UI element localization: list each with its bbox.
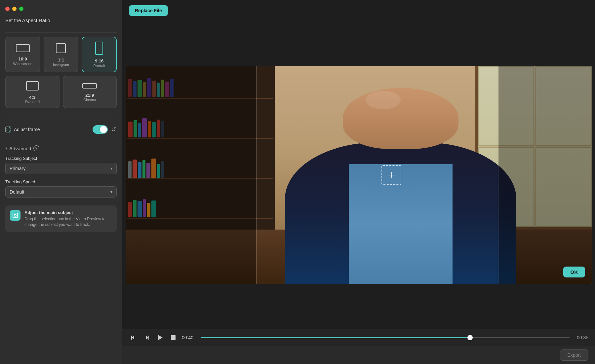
tracking-speed-value: Default — [10, 189, 24, 195]
forward-frame-icon — [143, 334, 150, 341]
svg-rect-4 — [83, 84, 97, 88]
svg-rect-0 — [16, 45, 29, 52]
svg-rect-3 — [26, 82, 38, 90]
subject-icon — [12, 212, 18, 218]
svg-marker-18 — [146, 336, 148, 340]
info-icon-wrap — [10, 210, 20, 221]
info-description: Drag the selection box in the Video Prev… — [24, 216, 112, 228]
stop-icon — [170, 334, 177, 341]
info-box: Adjust the main subject Drag the selecti… — [5, 205, 117, 232]
instagram-ratio: 1:1 — [58, 57, 64, 63]
export-button[interactable]: Export — [560, 349, 588, 361]
aspect-card-instagram[interactable]: 1:1 Instagram — [44, 37, 79, 72]
aspect-card-cinema[interactable]: 21:9 Cinema — [63, 76, 117, 109]
svg-rect-17 — [131, 336, 132, 340]
minimize-dot[interactable] — [12, 7, 17, 11]
window-controls — [5, 7, 117, 11]
video-frame: OK — [126, 66, 592, 284]
ok-button[interactable]: OK — [563, 267, 585, 277]
info-text: Adjust the main subject Drag the selecti… — [24, 210, 112, 228]
video-controls: 00:40 00:35 — [122, 329, 595, 346]
svg-point-15 — [14, 214, 16, 216]
frame-icon — [5, 127, 11, 132]
toggle-knob — [100, 126, 107, 133]
standard-label: Standard — [25, 100, 40, 104]
adjust-frame-text: Adjust frame — [14, 127, 40, 132]
aspect-grid-row2: 4:3 Standard 21:9 Cinema — [5, 76, 117, 109]
crop-line-left — [256, 66, 257, 284]
progress-fill — [201, 337, 470, 338]
divider-mid — [5, 118, 117, 118]
svg-marker-16 — [132, 336, 134, 340]
adjust-frame-label-group: Adjust frame — [5, 127, 40, 132]
progress-thumb[interactable] — [467, 335, 473, 340]
tracking-subject-dropdown[interactable]: Primary ▾ — [5, 163, 117, 174]
video-preview[interactable]: OK — [126, 66, 592, 284]
widescreen-ratio: 16:9 — [19, 56, 27, 62]
cinema-icon — [82, 82, 97, 91]
main-area: Replace File — [122, 0, 595, 364]
progress-track[interactable] — [201, 337, 570, 338]
adjust-frame-toggle[interactable] — [93, 125, 108, 134]
person-head — [343, 88, 458, 149]
advanced-label: Advanced — [9, 146, 31, 151]
divider-advanced — [5, 141, 117, 141]
tracking-subject-group: Tracking Subject Primary ▾ — [5, 156, 117, 174]
adjust-frame-controls: ↺ — [93, 125, 117, 134]
tracking-speed-group: Tracking Speed Default ▾ — [5, 179, 117, 198]
close-dot[interactable] — [5, 7, 10, 11]
cinema-ratio: 21:9 — [85, 93, 94, 98]
svg-marker-20 — [158, 335, 163, 340]
export-bar: Export — [122, 346, 595, 364]
tracking-box[interactable] — [381, 165, 401, 185]
instagram-label: Instagram — [53, 63, 69, 67]
tracking-crosshair-icon — [388, 172, 395, 178]
adjust-frame-row: Adjust frame ↺ — [5, 125, 117, 134]
play-icon — [157, 334, 163, 341]
instagram-icon — [55, 42, 67, 55]
tracking-subject-value: Primary — [10, 166, 25, 171]
standard-icon — [25, 80, 39, 93]
svg-rect-14 — [13, 213, 18, 218]
crop-overlay-left — [126, 66, 256, 284]
svg-rect-19 — [148, 336, 149, 340]
play-button[interactable] — [155, 333, 165, 342]
tracking-speed-arrow-icon: ▾ — [110, 190, 112, 194]
tracking-speed-label: Tracking Speed — [5, 179, 117, 184]
back-frame-icon — [130, 334, 137, 341]
widescreen-label: Widescreen — [13, 62, 32, 66]
info-title: Adjust the main subject — [24, 210, 112, 215]
aspect-grid-row1: 16:9 Widescreen 1:1 Instagram 9:16 Portr… — [5, 37, 117, 72]
left-panel: Set the Aspect Ratio 16:9 Widescreen 1:1… — [0, 0, 122, 364]
crop-overlay-right — [498, 66, 592, 284]
back-frame-button[interactable] — [129, 333, 138, 342]
maximize-dot[interactable] — [19, 7, 23, 11]
widescreen-icon — [16, 43, 30, 55]
aspect-card-widescreen[interactable]: 16:9 Widescreen — [5, 37, 40, 72]
aspect-card-portrait[interactable]: 9:16 Portrait — [82, 37, 117, 72]
top-bar: Replace File — [122, 0, 595, 21]
forward-frame-button[interactable] — [142, 333, 151, 342]
advanced-header[interactable]: ▾ Advanced ? — [5, 145, 117, 151]
current-time-display: 00:40 — [182, 335, 197, 340]
tracking-subject-arrow-icon: ▾ — [110, 166, 112, 171]
tracking-speed-dropdown[interactable]: Default ▾ — [5, 186, 117, 198]
svg-rect-5 — [6, 127, 11, 132]
standard-ratio: 4:3 — [29, 95, 35, 100]
svg-rect-21 — [171, 335, 176, 340]
divider-top — [5, 32, 117, 33]
aspect-ratio-section-title: Set the Aspect Ratio — [5, 18, 117, 23]
advanced-chevron-icon: ▾ — [5, 146, 7, 151]
replace-file-button[interactable]: Replace File — [129, 5, 168, 16]
cinema-label: Cinema — [83, 98, 96, 102]
portrait-label: Portrait — [93, 64, 105, 68]
end-time-display: 00:35 — [574, 335, 588, 340]
aspect-card-standard[interactable]: 4:3 Standard — [5, 76, 60, 109]
svg-rect-1 — [56, 44, 65, 53]
reset-button[interactable]: ↺ — [110, 125, 117, 134]
stop-button[interactable] — [169, 333, 178, 342]
video-container: OK — [122, 21, 595, 329]
svg-rect-2 — [96, 42, 103, 55]
portrait-icon — [95, 41, 104, 56]
advanced-help-icon[interactable]: ? — [33, 145, 39, 151]
